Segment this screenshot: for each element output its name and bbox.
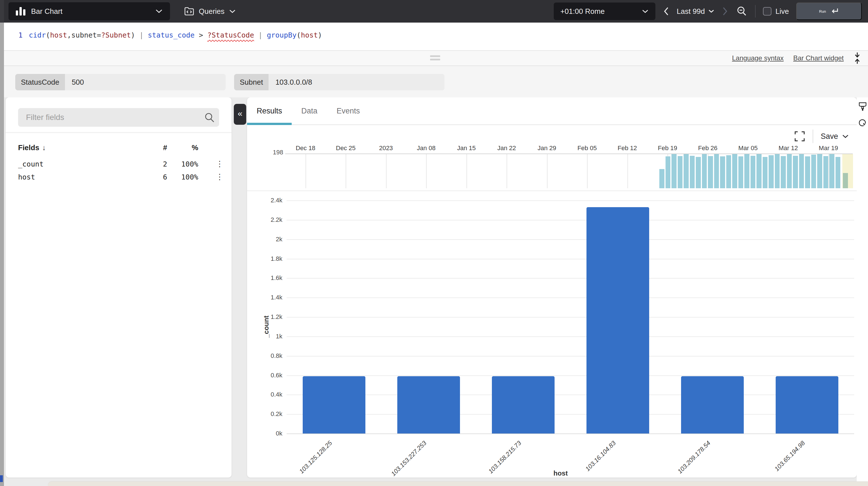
live-checkbox[interactable] — [763, 7, 771, 15]
query-token: status_code — [148, 31, 195, 39]
timeline-bar — [738, 156, 743, 188]
sort-descending-icon[interactable]: ↓ — [42, 143, 46, 152]
tab-events[interactable]: Events — [327, 97, 370, 125]
timeline-bar — [811, 155, 816, 188]
query-token: cidr — [29, 31, 46, 39]
time-range-label: Last 99d — [677, 7, 705, 16]
widget-type-selector[interactable]: Bar Chart — [8, 2, 170, 20]
query-token: > — [194, 31, 207, 39]
parameter-value-input[interactable]: 103.0.0.0/8 — [269, 74, 444, 90]
zoom-out-icon[interactable] — [736, 5, 748, 17]
collapse-vertical-icon[interactable] — [853, 52, 861, 64]
y-axis-tick-label: 1.2k — [253, 313, 282, 321]
chart-gridline — [287, 414, 854, 415]
query-token: | — [254, 31, 267, 39]
chart-bar[interactable] — [492, 376, 555, 433]
chart-bar[interactable] — [397, 376, 460, 433]
timeline-bar — [732, 154, 737, 188]
fields-column-header[interactable]: Fields — [18, 143, 39, 152]
left-strip-marker — [0, 475, 3, 482]
timeline-bar — [659, 169, 664, 188]
query-editor[interactable]: 1 cidr(host,subnet=?Subnet) | status_cod… — [4, 23, 868, 50]
live-toggle[interactable]: Live — [763, 7, 789, 16]
kebab-menu-icon[interactable]: ⋮ — [216, 172, 224, 182]
queries-label: Queries — [199, 7, 224, 16]
timeline-tick-label: Jan 29 — [527, 144, 567, 152]
x-axis-title: host — [553, 469, 568, 477]
chart-bar[interactable] — [303, 376, 365, 433]
timeline-bar — [769, 155, 774, 188]
field-menu: ⋮ — [198, 173, 224, 181]
timeline-tick-label: Mar 12 — [768, 144, 808, 152]
query-token: ( — [297, 31, 301, 39]
parameter-chip: StatusCode500 — [15, 74, 226, 90]
save-button[interactable]: Save — [820, 132, 849, 141]
search-icon — [204, 112, 215, 123]
timezone-selector[interactable]: +01:00 Rome — [554, 3, 655, 20]
save-label: Save — [820, 132, 838, 141]
timeline-tick-label: Feb 05 — [567, 144, 607, 152]
timeline-bar — [829, 154, 834, 188]
y-axis-tick-label: 2.4k — [253, 197, 282, 204]
results-tabs: ResultsDataEvents — [247, 97, 857, 125]
time-range-selector[interactable]: Last 99d — [677, 7, 715, 16]
timeline-bar — [824, 156, 829, 188]
timeline-tick-label: Jan 22 — [487, 144, 527, 152]
tab-results[interactable]: Results — [247, 97, 292, 125]
query-token: groupBy — [267, 31, 297, 39]
y-axis-tick-label: 0.6k — [253, 372, 282, 379]
run-label: Run — [819, 9, 826, 13]
chart-bar[interactable] — [776, 376, 838, 433]
bottom-strip — [48, 482, 868, 486]
y-axis-tick-label: 2k — [253, 236, 282, 243]
timeline-bar — [665, 156, 671, 188]
tab-data[interactable]: Data — [292, 97, 327, 125]
field-name: host — [18, 173, 136, 181]
query-token: ( — [46, 31, 50, 39]
timeline-bar — [763, 157, 768, 188]
x-axis-tick-label: 103.158.215.73 — [487, 440, 523, 475]
top-bar: Bar Chart Queries +01:00 Rome Last 99d L… — [0, 0, 868, 23]
time-next-button[interactable] — [722, 6, 728, 17]
timeline-bar — [708, 156, 713, 188]
parameter-value-input[interactable]: 500 — [65, 74, 226, 90]
timeline-gridline — [426, 154, 427, 188]
query-token: | — [135, 31, 148, 39]
live-label: Live — [775, 7, 789, 16]
chevron-down-icon — [842, 134, 849, 138]
fields-table-header: Fields ↓ # % — [6, 141, 231, 154]
widget-docs-link[interactable]: Bar Chart widget — [793, 54, 844, 62]
timeline-gridline — [306, 154, 306, 188]
chevron-down-icon — [642, 9, 649, 13]
timeline-gridline — [627, 154, 628, 188]
chart-bar[interactable] — [587, 207, 649, 433]
kebab-menu-icon[interactable]: ⋮ — [216, 159, 224, 168]
field-row[interactable]: _count2100%⋮ — [6, 158, 231, 170]
run-button[interactable]: Run — [796, 3, 862, 20]
interactions-icon[interactable] — [859, 119, 867, 127]
fullscreen-icon[interactable] — [794, 131, 805, 142]
chevron-down-icon — [229, 9, 236, 13]
query-token: subnet= — [71, 31, 101, 39]
resize-drag-handle[interactable] — [430, 55, 440, 62]
chevron-down-icon — [708, 9, 714, 13]
x-axis-tick-label: 103.65.194.98 — [773, 440, 806, 473]
collapse-fields-panel-button[interactable]: « — [234, 104, 246, 125]
language-syntax-link[interactable]: Language syntax — [732, 54, 783, 62]
queries-menu-button[interactable]: Queries — [181, 2, 239, 20]
chart-gridline — [287, 200, 854, 201]
chart-gridline — [287, 297, 854, 298]
timeline-bar — [726, 155, 731, 188]
bar-chart-icon — [16, 7, 25, 15]
query-token: host — [50, 31, 67, 39]
field-coverage-percent: 100% — [167, 173, 198, 181]
toolbar-divider — [813, 130, 813, 143]
results-panel: ResultsDataEvents Save 198 _count host D… — [247, 97, 857, 478]
query-text[interactable]: cidr(host,subnet=?Subnet) | status_code … — [29, 31, 322, 39]
filter-fields-input[interactable] — [18, 108, 219, 127]
time-prev-button[interactable] — [663, 6, 670, 17]
timeline-bar — [775, 154, 780, 188]
widget-style-brush-icon[interactable] — [859, 102, 867, 111]
chart-bar[interactable] — [681, 376, 744, 433]
field-row[interactable]: host6100%⋮ — [6, 170, 231, 184]
